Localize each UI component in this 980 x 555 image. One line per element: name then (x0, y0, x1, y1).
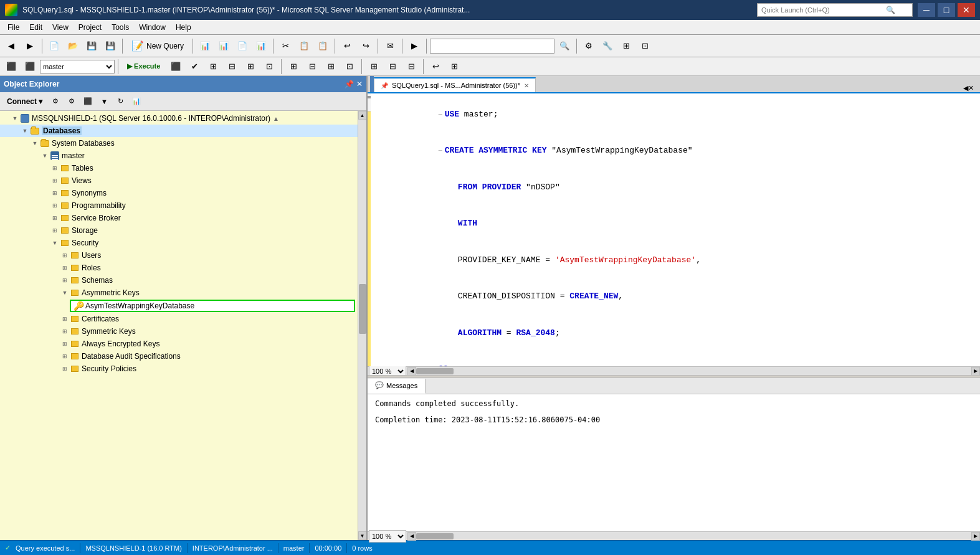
hscroll-right[interactable]: ▶ (971, 367, 980, 376)
save-button[interactable]: 💾 (83, 37, 100, 55)
tree-synonyms[interactable]: ⊞ Synonyms (0, 187, 358, 199)
tb-btn-3[interactable]: 📄 (234, 37, 251, 55)
exec-tb-btn3[interactable]: ⊞ (204, 58, 222, 75)
oe-scrollbar[interactable]: ▲ ▼ (358, 111, 366, 540)
quick-launch[interactable]: 🔍 (757, 3, 913, 17)
oe-scroll-up[interactable]: ▲ (358, 111, 367, 120)
minimize-button[interactable]: ─ (918, 3, 935, 17)
oe-scroll-thumb[interactable] (359, 284, 366, 334)
sysdb-expand[interactable]: ▼ (30, 138, 40, 148)
roles-expand[interactable]: ⊞ (60, 263, 70, 273)
exec-misc2[interactable]: ⊟ (384, 58, 401, 75)
tree-security-policies[interactable]: ⊞ Security Policies (0, 363, 358, 375)
execute-button[interactable]: ▶ Execute (121, 60, 166, 74)
synonyms-expand[interactable]: ⊞ (50, 188, 60, 198)
open-button[interactable]: 📂 (64, 37, 82, 55)
oe-stop-button[interactable]: ⬛ (80, 94, 95, 109)
search-button[interactable]: 🔍 (556, 37, 573, 55)
save-all-button[interactable]: 💾 (102, 37, 119, 55)
tb-btn-2[interactable]: 📊 (215, 37, 232, 55)
oe-close-button[interactable]: ✕ (356, 80, 363, 88)
secpol-expand[interactable]: ⊞ (60, 364, 70, 374)
dbaudit-expand[interactable]: ⊞ (60, 351, 70, 361)
exec-tb-btn10[interactable]: ⊡ (341, 58, 358, 75)
schemas-expand[interactable]: ⊞ (60, 275, 70, 285)
tree-certificates[interactable]: ⊞ Certificates (0, 313, 358, 325)
exec-tb-btn9[interactable]: ⊞ (322, 58, 340, 75)
menu-project[interactable]: Project (74, 22, 107, 33)
tree-db-audit[interactable]: ⊞ Database Audit Specifications (0, 350, 358, 363)
expand-btn[interactable]: ⊡ (636, 37, 654, 55)
tree-symmetric-keys[interactable]: ⊞ Symmetric Keys (0, 325, 358, 338)
tree-server[interactable]: ▼ MSSQLNSHIELD-1 (SQL Server 16.0.1000.6… (0, 112, 358, 125)
tree-asym-key-item[interactable]: 🔑 AsymTestWrappingKeyDatabase (70, 300, 355, 312)
tb-btn-5[interactable]: ▶ (406, 37, 423, 55)
exec-tb-btn6[interactable]: ⊡ (260, 58, 278, 75)
menu-window[interactable]: Window (134, 22, 171, 33)
close-button[interactable]: ✕ (958, 3, 975, 17)
query-tab-1[interactable]: 📌 SQLQuery1.sql - MS...Administrator (56… (374, 77, 536, 92)
config-button[interactable]: ⚙ (580, 37, 597, 55)
oe-refresh-button[interactable]: ↻ (113, 94, 128, 109)
exec-tb-btn1[interactable]: ⬛ (2, 58, 20, 75)
tree-system-databases[interactable]: ▼ System Databases (0, 137, 358, 149)
exec-misc1[interactable]: ⊞ (365, 58, 383, 75)
email-button[interactable]: ✉ (381, 37, 399, 55)
redo-button[interactable]: ↪ (357, 37, 374, 55)
prog-expand[interactable]: ⊞ (50, 201, 60, 211)
parse-button[interactable]: ✔ (186, 58, 203, 75)
forward-button[interactable]: ▶ (21, 37, 39, 55)
messages-tab[interactable]: 💬 Messages (368, 379, 426, 394)
tree-views[interactable]: ⊞ Views (0, 174, 358, 187)
tree-databases[interactable]: ▼ Databases (0, 125, 358, 137)
new-query-button[interactable]: 📝 New Query (126, 38, 189, 54)
master-expand[interactable]: ▼ (40, 151, 50, 161)
views-expand[interactable]: ⊞ (50, 176, 60, 186)
tree-storage[interactable]: ⊞ Storage (0, 224, 358, 237)
tb-btn-1[interactable]: 📊 (196, 37, 214, 55)
exec-tb-btn4[interactable]: ⊟ (223, 58, 240, 75)
tree-users[interactable]: ⊞ Users (0, 249, 358, 262)
results-zoom-dropdown[interactable]: 100 % (369, 530, 406, 543)
menu-file[interactable]: File (2, 22, 24, 33)
exec-tb-btn5[interactable]: ⊞ (242, 58, 259, 75)
results-hscroll[interactable]: 100 % ◀ ▶ (368, 531, 980, 540)
quick-launch-input[interactable] (761, 6, 886, 14)
oe-filter-button[interactable]: ⚙ (48, 94, 63, 109)
menu-tools[interactable]: Tools (107, 22, 134, 33)
oe-stats-button[interactable]: 📊 (129, 94, 144, 109)
results-hscroll-left[interactable]: ◀ (407, 532, 416, 541)
layout-btn[interactable]: ⊞ (617, 37, 635, 55)
storage-expand[interactable]: ⊞ (50, 225, 60, 235)
tree-asymmetric-keys[interactable]: ▼ Asymmetric Keys (0, 287, 358, 299)
tree-programmability[interactable]: ⊞ Programmability (0, 199, 358, 212)
hscroll-thumb[interactable] (416, 368, 454, 374)
oe-scroll-down[interactable]: ▼ (358, 531, 367, 540)
collapse-panel-button[interactable]: ◀ (963, 84, 968, 92)
tree-always-encrypted[interactable]: ⊞ Always Encrypted Keys (0, 338, 358, 350)
exec-misc3[interactable]: ⊟ (402, 58, 420, 75)
restore-button[interactable]: □ (938, 3, 955, 17)
query-editor[interactable]: ─USE master; ─CREATE ASYMMETRIC KEY "Asy… (368, 93, 980, 366)
paste-button[interactable]: 📋 (314, 37, 331, 55)
tree-roles[interactable]: ⊞ Roles (0, 262, 358, 274)
exec-misc4[interactable]: ↩ (427, 58, 444, 75)
menu-help[interactable]: Help (171, 22, 196, 33)
users-expand[interactable]: ⊞ (60, 250, 70, 260)
oe-filter3-button[interactable]: ▼ (97, 94, 112, 109)
results-hscroll-thumb[interactable] (416, 533, 454, 539)
certs-expand[interactable]: ⊞ (60, 314, 70, 324)
tree-security[interactable]: ▼ Security (0, 237, 358, 249)
search-box[interactable] (430, 39, 554, 54)
exec-tb-btn2[interactable]: ⬛ (21, 58, 39, 75)
security-expand[interactable]: ▼ (50, 238, 60, 248)
new-file-button[interactable]: 📄 (45, 37, 63, 55)
stop-button[interactable]: ⬛ (167, 58, 184, 75)
close-panel-button[interactable]: ✕ (968, 84, 974, 92)
aekeys-expand[interactable]: ⊞ (60, 339, 70, 349)
copy-button[interactable]: 📋 (295, 37, 313, 55)
exec-misc5[interactable]: ⊞ (445, 58, 463, 75)
connect-button[interactable]: Connect ▾ (2, 94, 47, 109)
hscroll-left[interactable]: ◀ (407, 367, 416, 376)
back-button[interactable]: ◀ (2, 37, 20, 55)
